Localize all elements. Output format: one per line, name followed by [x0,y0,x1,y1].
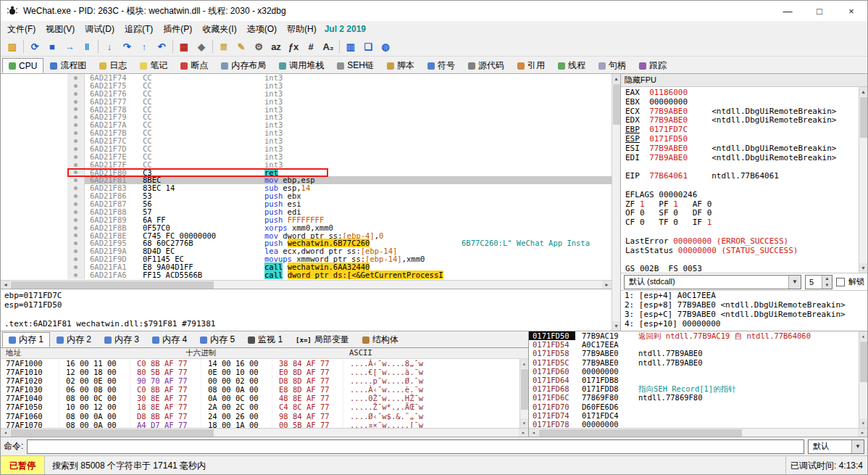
assemble-fx-icon[interactable]: ƒx [285,38,302,54]
breakpoint-gutter[interactable] [67,169,85,177]
tab-seh-chain[interactable]: SEH链 [330,58,380,73]
run-icon[interactable]: → [61,38,78,54]
scroll-left-icon[interactable]: ◂ [1,429,10,437]
stack-row[interactable]: 0171FD7800000000 [529,420,859,428]
scroll-down-icon[interactable]: ▾ [859,263,868,273]
dump-row[interactable]: 77AF100016 00 11 00C0 8B AF 7714 00 16 0… [1,359,519,368]
execute-till-return-icon[interactable]: ↑ [135,38,153,54]
scroll-thumb[interactable] [539,429,742,437]
dump-row[interactable]: 77AF101012 00 18 0080 5B AF 770E 00 10 0… [1,368,519,376]
argument-depth-stepper[interactable]: 5 ▲ ▼ [805,275,832,289]
register-line[interactable]: LastStatus 00000000 (STATUS_SUCCESS) [625,247,859,256]
scroll-thumb[interactable] [860,342,867,382]
scroll-down-icon[interactable]: ▾ [520,418,529,428]
argument-line[interactable]: 2: [esp+8] 77B9ABE0 <ntdll.DbgUiRemoteBr… [625,301,867,310]
tab-log[interactable]: 日志 [93,58,133,73]
tab-script[interactable]: 脚本 [380,58,421,73]
settings-gear-icon[interactable]: ⚙ [250,38,267,54]
scroll-left-icon[interactable]: ◂ [1,281,10,289]
tab-dump-3[interactable]: 内存 3 [98,332,146,347]
spin-up-icon[interactable]: ▲ [822,276,832,282]
step-over-icon[interactable]: ↷ [118,38,135,54]
tab-threads[interactable]: 线程 [551,58,592,73]
scroll-thumb[interactable] [860,97,867,138]
hash-icon[interactable]: # [302,38,320,54]
disasm-row[interactable]: 6AD21F76CCint3 [1,90,612,98]
disasm-row[interactable]: 6AD21FA6FF15 ACD5566Bcall dword ptr ds:[… [1,271,612,279]
dump-row[interactable]: 77AF105010 00 12 0018 8E AF 772A 00 2C 0… [1,402,519,411]
dump-row[interactable]: 77AF104008 00 0C 0030 8E AF 770A 00 0C 0… [1,394,519,402]
breakpoint-gutter[interactable] [67,137,85,145]
patches-icon[interactable]: ▥ [342,38,359,54]
disasm-row[interactable]: 6AD21F77CCint3 [1,98,612,106]
scroll-right-icon[interactable]: ▸ [519,429,528,437]
tab-dump-5[interactable]: 内存 5 [193,332,241,347]
stack-row[interactable]: 0171FD640171FDB8 [529,376,859,384]
register-line[interactable]: EDI 77B9ABE0 <ntdll.DbgUiRemoteBreakin> [625,154,859,163]
dump-row[interactable]: 77AF102002 00 0E 0090 70 AF 7700 00 02 0… [1,376,519,385]
dump-row[interactable]: 77AF103006 00 08 00C0 8B AF 7708 00 0A 0… [1,385,519,394]
dump-row[interactable]: 77AF107008 00 0A 00A4 D7 AF 7718 00 1A 0… [1,421,519,428]
breakpoint-gutter[interactable] [67,82,85,90]
pause-icon[interactable]: ‖ [78,38,96,54]
breakpoint-gutter[interactable] [67,113,85,121]
step-into-icon[interactable]: ↓ [101,38,118,54]
registers-vscrollbar[interactable]: ▴ ▾ [859,87,867,273]
unlock-checkbox[interactable] [836,278,845,286]
breakpoint-gutter[interactable] [67,255,85,263]
breakpoint-gutter[interactable] [67,192,85,200]
menu-item[interactable]: 选项(O) [242,21,282,38]
menu-item[interactable]: 文件(F) [2,21,41,38]
tab-source[interactable]: 源代码 [462,58,511,73]
tab-locals[interactable]: [x=]局部变量 [289,332,356,347]
dump-row[interactable]: 77AF106008 00 0A 00D8 8B AF 7724 00 26 0… [1,412,519,421]
breakpoint-gutter[interactable] [67,232,85,240]
log-icon[interactable]: ≣ [215,38,233,54]
command-profile-select[interactable]: 默认 ▼ [808,439,864,454]
argument-line[interactable]: 1: [esp+4] A0C17EEA [625,292,867,301]
scroll-up-icon[interactable]: ▴ [859,87,868,96]
breakpoint-gutter[interactable] [67,184,85,192]
argument-line[interactable]: 3: [esp+C] 77B9ABE0 <ntdll.DbgUiRemoteBr… [625,310,867,320]
trace-record-icon[interactable]: ◆ [193,38,210,54]
tab-graph[interactable]: 流程图 [43,58,93,73]
stack-row[interactable]: 0171FD680171FDD8指向SEH_Record[1]的指针 [529,384,859,393]
tab-trace[interactable]: 跟踪 [633,58,673,73]
stack-hscrollbar[interactable]: ◂ ▸ [529,428,867,437]
hide-fpu-button[interactable]: 隐藏FPU [621,74,867,87]
tab-call-stack[interactable]: 调用堆栈 [272,58,330,73]
stack-row[interactable]: 0171FD54A0C17EEA [529,340,859,349]
stack-row[interactable]: 0171FD5C77B9ABE0ntdll.77B9ABE0 [529,358,859,367]
breakpoint-gutter[interactable] [67,224,85,232]
scroll-thumb[interactable] [613,84,620,125]
open-file-icon[interactable]: ▨ [4,38,21,54]
menu-item[interactable]: 调试(D) [80,21,120,38]
register-line[interactable]: GS 002B FS 0053 [625,265,859,273]
menu-item[interactable]: 插件(P) [158,21,197,38]
disasm-vscrollbar[interactable]: ▴ ▾ [612,74,620,331]
disasm-row[interactable]: 6AD21F7FCCint3 [1,161,612,169]
breakpoint-gutter[interactable] [67,200,85,208]
breakpoint-gutter[interactable] [67,145,85,153]
spin-down-icon[interactable]: ▼ [822,282,832,289]
breakpoint-gutter[interactable] [67,153,85,161]
breakpoint-gutter[interactable] [67,90,85,98]
breakpoint-gutter[interactable] [67,106,85,114]
menu-item[interactable]: 视图(V) [41,21,80,38]
maximize-button[interactable]: □ [804,1,835,21]
breakpoint-gutter[interactable] [67,98,85,106]
tab-handles[interactable]: 句柄 [592,58,633,73]
breakpoint-gutter[interactable] [67,129,85,137]
scroll-left-icon[interactable]: ◂ [529,429,538,437]
register-line[interactable]: EIP 77B64061 ntdll.77B64061 [625,172,859,181]
breakpoint-gutter[interactable] [67,74,85,82]
scroll-right-icon[interactable]: ▸ [602,281,612,289]
tab-dump-2[interactable]: 内存 2 [50,332,98,347]
stack-row[interactable]: 0171FD70D60FE6D6 [529,402,859,411]
stack-row[interactable]: 0171FD5877B9ABE0ntdll.77B9ABE0 [529,349,859,358]
scroll-thumb[interactable] [11,281,214,289]
tab-watch-1[interactable]: 监视 1 [241,332,289,347]
scroll-thumb[interactable] [521,369,528,410]
stack-vscrollbar[interactable]: ▴ ▾ [859,331,867,428]
disassembly-view[interactable]: 6AD21F74CCint36AD21F75CCint36AD21F76CCin… [1,74,612,280]
